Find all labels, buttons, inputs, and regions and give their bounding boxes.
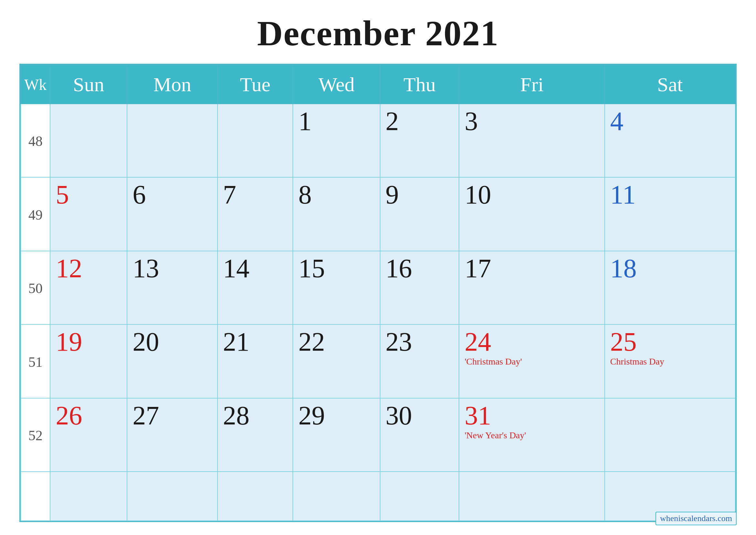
day-number: 29 bbox=[298, 402, 374, 429]
holiday-label: 'Christmas Day' bbox=[465, 356, 599, 367]
header-wed: Wed bbox=[293, 65, 380, 104]
week-number: 48 bbox=[21, 104, 50, 177]
watermark-link[interactable]: wheniscalendars.com bbox=[656, 512, 737, 525]
week-row: 49567891011 bbox=[21, 177, 735, 251]
day-cell: 1 bbox=[293, 104, 380, 177]
week-row bbox=[21, 472, 735, 521]
header-sun: Sun bbox=[50, 65, 127, 104]
day-cell: 22 bbox=[293, 324, 380, 398]
day-number: 5 bbox=[56, 182, 122, 208]
week-number: 51 bbox=[21, 324, 50, 398]
day-cell: 10 bbox=[459, 177, 605, 251]
holiday-label: Christmas Day bbox=[610, 356, 730, 367]
day-number: 22 bbox=[298, 329, 374, 355]
day-cell bbox=[380, 472, 459, 521]
day-cell: 27 bbox=[127, 398, 218, 472]
day-cell: 23 bbox=[380, 324, 459, 398]
day-cell: 18 bbox=[605, 251, 735, 324]
day-number: 21 bbox=[223, 329, 287, 355]
day-cell: 31'New Year's Day' bbox=[459, 398, 605, 472]
day-number: 4 bbox=[610, 108, 730, 134]
day-cell: 21 bbox=[218, 324, 293, 398]
day-cell: 13 bbox=[127, 251, 218, 324]
day-cell: 2 bbox=[380, 104, 459, 177]
day-number: 12 bbox=[56, 255, 122, 282]
day-number: 1 bbox=[298, 108, 374, 134]
day-number: 30 bbox=[386, 402, 454, 429]
day-number: 24 bbox=[465, 329, 599, 355]
week-row: 52262728293031'New Year's Day' bbox=[21, 398, 735, 472]
day-cell: 20 bbox=[127, 324, 218, 398]
day-number: 31 bbox=[465, 402, 599, 429]
day-cell bbox=[293, 472, 380, 521]
week-number bbox=[21, 472, 50, 521]
day-cell: 28 bbox=[218, 398, 293, 472]
week-row: 5012131415161718 bbox=[21, 251, 735, 324]
day-cell: 14 bbox=[218, 251, 293, 324]
week-number: 52 bbox=[21, 398, 50, 472]
day-cell: 11 bbox=[605, 177, 735, 251]
day-cell bbox=[127, 472, 218, 521]
day-cell: 6 bbox=[127, 177, 218, 251]
day-cell bbox=[218, 472, 293, 521]
day-number: 18 bbox=[610, 255, 730, 282]
day-cell: 3 bbox=[459, 104, 605, 177]
day-cell bbox=[50, 472, 127, 521]
day-cell: 26 bbox=[50, 398, 127, 472]
day-number: 28 bbox=[223, 402, 287, 429]
day-number: 19 bbox=[56, 329, 122, 355]
day-cell bbox=[218, 104, 293, 177]
day-number: 7 bbox=[223, 182, 287, 208]
day-cell: 24'Christmas Day' bbox=[459, 324, 605, 398]
day-number: 25 bbox=[610, 329, 730, 355]
week-number: 49 bbox=[21, 177, 50, 251]
day-number: 27 bbox=[132, 402, 212, 429]
day-number: 11 bbox=[610, 182, 730, 208]
day-number: 9 bbox=[386, 182, 454, 208]
holiday-label: 'New Year's Day' bbox=[465, 430, 599, 440]
day-cell: 25Christmas Day bbox=[605, 324, 735, 398]
day-cell bbox=[459, 472, 605, 521]
day-number: 2 bbox=[386, 108, 454, 134]
day-cell: 7 bbox=[218, 177, 293, 251]
day-number: 3 bbox=[465, 108, 599, 134]
day-cell bbox=[50, 104, 127, 177]
day-number: 16 bbox=[386, 255, 454, 282]
day-cell bbox=[127, 104, 218, 177]
day-cell: 9 bbox=[380, 177, 459, 251]
week-row: 51192021222324'Christmas Day'25Christmas… bbox=[21, 324, 735, 398]
day-number: 20 bbox=[132, 329, 212, 355]
header-mon: Mon bbox=[127, 65, 218, 104]
day-number: 13 bbox=[132, 255, 212, 282]
wk-header: Wk bbox=[21, 65, 50, 104]
day-cell: 4 bbox=[605, 104, 735, 177]
day-cell bbox=[605, 398, 735, 472]
week-number: 50 bbox=[21, 251, 50, 324]
header-row: Wk Sun Mon Tue Wed Thu Fri Sat bbox=[21, 65, 735, 104]
week-row: 481234 bbox=[21, 104, 735, 177]
day-number: 14 bbox=[223, 255, 287, 282]
day-cell: 5 bbox=[50, 177, 127, 251]
header-thu: Thu bbox=[380, 65, 459, 104]
day-number: 6 bbox=[132, 182, 212, 208]
day-number: 10 bbox=[465, 182, 599, 208]
day-cell: 15 bbox=[293, 251, 380, 324]
day-cell: 29 bbox=[293, 398, 380, 472]
day-cell: 12 bbox=[50, 251, 127, 324]
day-number: 23 bbox=[386, 329, 454, 355]
header-fri: Fri bbox=[459, 65, 605, 104]
header-tue: Tue bbox=[218, 65, 293, 104]
page-title: December 2021 bbox=[257, 13, 499, 54]
day-number: 15 bbox=[298, 255, 374, 282]
day-number: 8 bbox=[298, 182, 374, 208]
day-cell: 8 bbox=[293, 177, 380, 251]
day-cell: 16 bbox=[380, 251, 459, 324]
calendar: Wk Sun Mon Tue Wed Thu Fri Sat 481234495… bbox=[19, 64, 737, 522]
day-number: 17 bbox=[465, 255, 599, 282]
day-cell: 17 bbox=[459, 251, 605, 324]
day-cell: 19 bbox=[50, 324, 127, 398]
header-sat: Sat bbox=[605, 65, 735, 104]
day-number: 26 bbox=[56, 402, 122, 429]
day-cell: 30 bbox=[380, 398, 459, 472]
